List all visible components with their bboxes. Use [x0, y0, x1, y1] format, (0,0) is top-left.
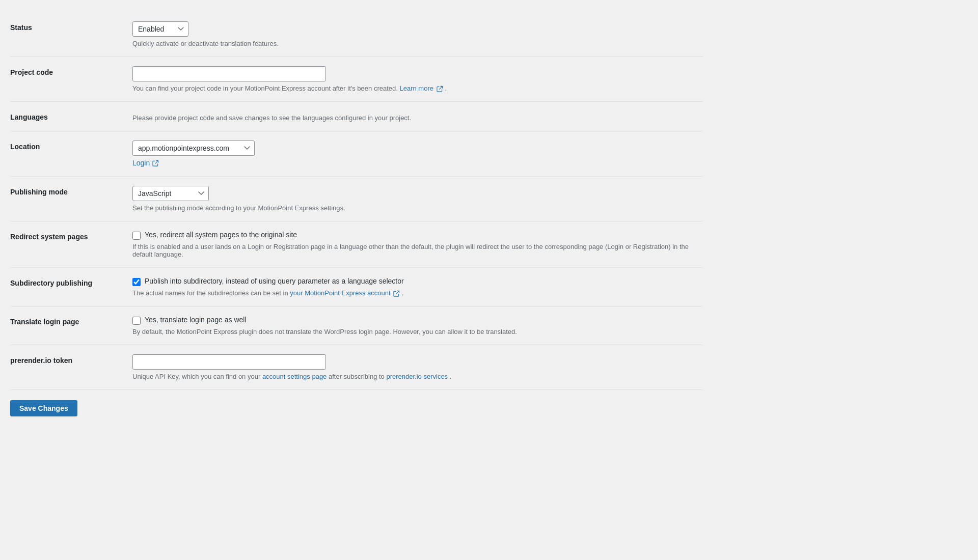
subdirectory-publishing-label: Subdirectory publishing [10, 277, 132, 287]
prerender-token-control: Unique API Key, which you can find on yo… [132, 354, 703, 380]
login-external-icon [152, 160, 159, 166]
redirect-system-pages-control: Yes, redirect all system pages to the or… [132, 231, 703, 258]
learn-more-link[interactable]: Learn more [399, 85, 445, 92]
save-button[interactable]: Save Changes [10, 400, 77, 416]
prerender-token-hint: Unique API Key, which you can find on yo… [132, 373, 703, 380]
languages-row: Languages Please provide project code an… [10, 102, 703, 131]
save-button-container: Save Changes [10, 390, 703, 416]
prerender-token-row: prerender.io token Unique API Key, which… [10, 345, 703, 390]
status-hint: Quickly activate or deactivate translati… [132, 40, 703, 47]
translate-login-checkbox-label[interactable]: Yes, translate login page as well [145, 316, 247, 324]
project-code-input[interactable] [132, 66, 326, 81]
publishing-mode-select[interactable]: JavaScript PHP Both [132, 186, 209, 201]
location-control: app.motionpointexpress.com Login [132, 141, 703, 167]
motionpoint-account-link[interactable]: your MotionPoint Express account [290, 289, 402, 297]
location-select[interactable]: app.motionpointexpress.com [132, 141, 255, 156]
redirect-system-pages-checkbox[interactable] [132, 232, 141, 240]
redirect-checkbox-row: Yes, redirect all system pages to the or… [132, 231, 703, 240]
subdirectory-publishing-control: Publish into subdirectory, instead of us… [132, 277, 703, 297]
translate-login-page-control: Yes, translate login page as well By def… [132, 316, 703, 335]
languages-hint: Please provide project code and save cha… [132, 114, 703, 122]
project-code-hint: You can find your project code in your M… [132, 85, 703, 92]
login-link[interactable]: Login [132, 159, 159, 167]
publishing-mode-row: Publishing mode JavaScript PHP Both Set … [10, 177, 703, 221]
translate-login-checkbox-row: Yes, translate login page as well [132, 316, 703, 325]
subdirectory-checkbox-label[interactable]: Publish into subdirectory, instead of us… [145, 277, 404, 285]
redirect-checkbox-label[interactable]: Yes, redirect all system pages to the or… [145, 231, 297, 239]
subdirectory-checkbox-row: Publish into subdirectory, instead of us… [132, 277, 703, 286]
translate-login-page-checkbox[interactable] [132, 317, 141, 325]
publishing-mode-control: JavaScript PHP Both Set the publishing m… [132, 186, 703, 212]
status-row: Status Enabled Disabled Quickly activate… [10, 12, 703, 57]
prerender-services-link[interactable]: prerender.io services [386, 373, 449, 380]
redirect-system-pages-label: Redirect system pages [10, 231, 132, 241]
redirect-system-pages-row: Redirect system pages Yes, redirect all … [10, 221, 703, 268]
publishing-mode-label: Publishing mode [10, 186, 132, 196]
publishing-mode-hint: Set the publishing mode according to you… [132, 204, 703, 212]
languages-label: Languages [10, 111, 132, 121]
project-code-label: Project code [10, 66, 132, 76]
settings-form: Status Enabled Disabled Quickly activate… [0, 0, 713, 429]
prerender-token-input[interactable] [132, 354, 326, 370]
status-control: Enabled Disabled Quickly activate or dea… [132, 21, 703, 47]
status-label: Status [10, 21, 132, 32]
translate-login-page-label: Translate login page [10, 316, 132, 326]
project-code-row: Project code You can find your project c… [10, 57, 703, 102]
redirect-system-pages-hint: If this is enabled and a user lands on a… [132, 243, 703, 258]
translate-login-page-row: Translate login page Yes, translate logi… [10, 306, 703, 345]
motionpoint-external-icon [393, 290, 400, 297]
external-link-icon [437, 86, 443, 92]
subdirectory-publishing-hint: The actual names for the subdirectories … [132, 289, 703, 297]
prerender-token-label: prerender.io token [10, 354, 132, 365]
subdirectory-publishing-row: Subdirectory publishing Publish into sub… [10, 268, 703, 306]
project-code-control: You can find your project code in your M… [132, 66, 703, 92]
languages-control: Please provide project code and save cha… [132, 111, 703, 122]
status-select[interactable]: Enabled Disabled [132, 21, 188, 37]
location-label: Location [10, 141, 132, 151]
account-settings-link[interactable]: account settings page [262, 373, 329, 380]
location-row: Location app.motionpointexpress.com Logi… [10, 131, 703, 177]
translate-login-page-hint: By default, the MotionPoint Express plug… [132, 328, 703, 335]
subdirectory-publishing-checkbox[interactable] [132, 278, 141, 286]
